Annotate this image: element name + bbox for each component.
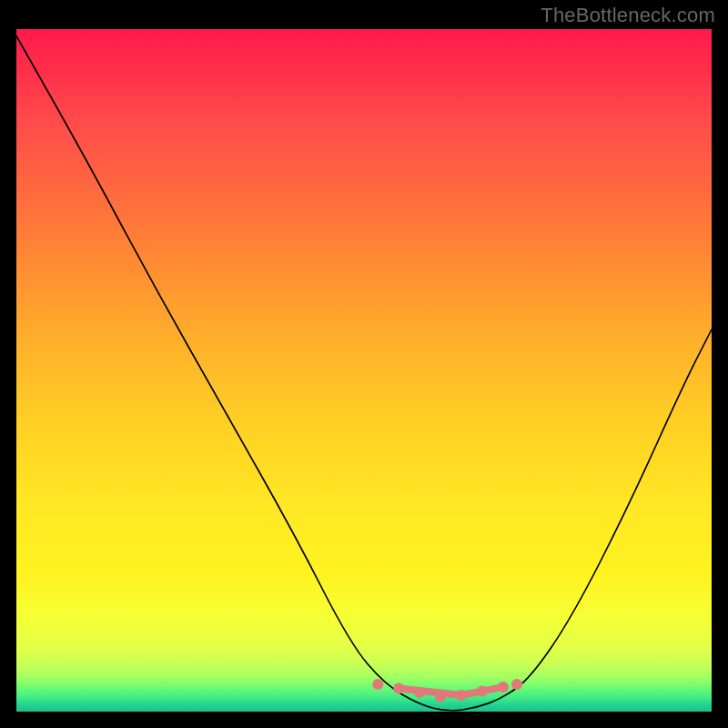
curve-layer (16, 29, 712, 712)
marker-dot (511, 679, 522, 690)
marker-dot (477, 686, 488, 697)
watermark-text: TheBottleneck.com (541, 4, 715, 27)
marker-dot (414, 687, 425, 698)
marker-dot (498, 682, 509, 693)
marker-dot (435, 692, 446, 703)
marker-dot (393, 683, 404, 694)
marker-segment-1 (399, 689, 461, 696)
marker-dot (372, 679, 383, 690)
gradient-plot-area (16, 29, 712, 712)
marker-dot (456, 690, 467, 701)
chart-frame: TheBottleneck.com (0, 0, 728, 728)
bottleneck-curve (16, 36, 712, 711)
